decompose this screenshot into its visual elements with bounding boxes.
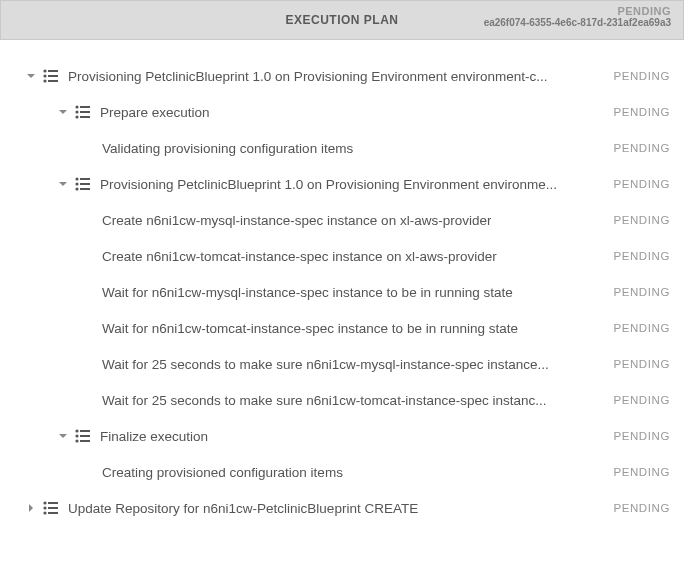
chevron-right-icon[interactable] bbox=[24, 503, 38, 513]
list-icon bbox=[74, 103, 92, 121]
status-badge: PENDING bbox=[580, 214, 670, 226]
tree-leaf[interactable]: Creating provisioned configuration items… bbox=[10, 454, 674, 490]
svg-point-26 bbox=[43, 506, 46, 509]
svg-rect-3 bbox=[48, 75, 58, 77]
tree-node-label: Prepare execution bbox=[100, 105, 210, 120]
tree-node[interactable]: Provisioning PetclinicBlueprint 1.0 on P… bbox=[10, 166, 674, 202]
status-badge: PENDING bbox=[580, 430, 670, 442]
list-icon bbox=[42, 499, 60, 517]
tree-node-label: Validating provisioning configuration it… bbox=[102, 141, 353, 156]
status-badge: PENDING bbox=[580, 142, 670, 154]
svg-point-24 bbox=[43, 501, 46, 504]
tree-node-label: Wait for 25 seconds to make sure n6ni1cw… bbox=[102, 393, 546, 408]
tree-node[interactable]: Finalize execution PENDING bbox=[10, 418, 674, 454]
tree-leaf[interactable]: Wait for 25 seconds to make sure n6ni1cw… bbox=[10, 346, 674, 382]
svg-point-28 bbox=[43, 511, 46, 514]
header-bar: EXECUTION PLAN PENDING ea26f074-6355-4e6… bbox=[0, 0, 684, 40]
tree-node-label: Wait for 25 seconds to make sure n6ni1cw… bbox=[102, 357, 549, 372]
tree-node[interactable]: Prepare execution PENDING bbox=[10, 94, 674, 130]
svg-point-6 bbox=[75, 105, 78, 108]
svg-rect-13 bbox=[80, 178, 90, 180]
svg-rect-21 bbox=[80, 435, 90, 437]
svg-rect-23 bbox=[80, 440, 90, 442]
svg-rect-19 bbox=[80, 430, 90, 432]
tree-node-label: Wait for n6ni1cw-mysql-instance-spec ins… bbox=[102, 285, 513, 300]
tree-node-label: Update Repository for n6ni1cw-PetclinicB… bbox=[68, 501, 418, 516]
tree-node-label: Finalize execution bbox=[100, 429, 208, 444]
tree-leaf[interactable]: Wait for 25 seconds to make sure n6ni1cw… bbox=[10, 382, 674, 418]
status-badge: PENDING bbox=[580, 322, 670, 334]
status-badge: PENDING bbox=[580, 70, 670, 82]
svg-point-18 bbox=[75, 429, 78, 432]
tree-leaf[interactable]: Wait for n6ni1cw-tomcat-instance-spec in… bbox=[10, 310, 674, 346]
chevron-down-icon[interactable] bbox=[56, 107, 70, 117]
tree-node-label: Provisioning PetclinicBlueprint 1.0 on P… bbox=[68, 69, 548, 84]
status-badge: PENDING bbox=[580, 106, 670, 118]
svg-point-10 bbox=[75, 115, 78, 118]
chevron-down-icon[interactable] bbox=[24, 71, 38, 81]
header-status: PENDING bbox=[484, 5, 671, 17]
svg-point-2 bbox=[43, 74, 46, 77]
svg-rect-5 bbox=[48, 80, 58, 82]
tree-node-label: Create n6ni1cw-mysql-instance-spec insta… bbox=[102, 213, 491, 228]
status-badge: PENDING bbox=[580, 502, 670, 514]
tree-leaf[interactable]: Create n6ni1cw-mysql-instance-spec insta… bbox=[10, 202, 674, 238]
header-meta: PENDING ea26f074-6355-4e6c-817d-231af2ea… bbox=[484, 5, 671, 28]
tree-node[interactable]: Provisioning PetclinicBlueprint 1.0 on P… bbox=[10, 58, 674, 94]
status-badge: PENDING bbox=[580, 286, 670, 298]
tree-leaf[interactable]: Validating provisioning configuration it… bbox=[10, 130, 674, 166]
svg-rect-25 bbox=[48, 502, 58, 504]
svg-point-14 bbox=[75, 182, 78, 185]
svg-point-12 bbox=[75, 177, 78, 180]
status-badge: PENDING bbox=[580, 250, 670, 262]
tree-node-label: Creating provisioned configuration items bbox=[102, 465, 343, 480]
svg-point-0 bbox=[43, 69, 46, 72]
svg-rect-15 bbox=[80, 183, 90, 185]
chevron-down-icon[interactable] bbox=[56, 179, 70, 189]
status-badge: PENDING bbox=[580, 466, 670, 478]
svg-point-22 bbox=[75, 439, 78, 442]
status-badge: PENDING bbox=[580, 394, 670, 406]
tree-node[interactable]: Update Repository for n6ni1cw-PetclinicB… bbox=[10, 490, 674, 526]
svg-rect-11 bbox=[80, 116, 90, 118]
svg-point-4 bbox=[43, 79, 46, 82]
chevron-down-icon[interactable] bbox=[56, 431, 70, 441]
svg-rect-29 bbox=[48, 512, 58, 514]
svg-rect-17 bbox=[80, 188, 90, 190]
tree-leaf[interactable]: Create n6ni1cw-tomcat-instance-spec inst… bbox=[10, 238, 674, 274]
svg-rect-1 bbox=[48, 70, 58, 72]
tree-node-label: Create n6ni1cw-tomcat-instance-spec inst… bbox=[102, 249, 497, 264]
list-icon bbox=[74, 175, 92, 193]
execution-tree: Provisioning PetclinicBlueprint 1.0 on P… bbox=[0, 40, 684, 536]
tree-node-label: Wait for n6ni1cw-tomcat-instance-spec in… bbox=[102, 321, 518, 336]
list-icon bbox=[74, 427, 92, 445]
tree-node-label: Provisioning PetclinicBlueprint 1.0 on P… bbox=[100, 177, 557, 192]
status-badge: PENDING bbox=[580, 178, 670, 190]
svg-rect-9 bbox=[80, 111, 90, 113]
svg-point-16 bbox=[75, 187, 78, 190]
svg-rect-7 bbox=[80, 106, 90, 108]
svg-point-8 bbox=[75, 110, 78, 113]
list-icon bbox=[42, 67, 60, 85]
svg-rect-27 bbox=[48, 507, 58, 509]
header-id: ea26f074-6355-4e6c-817d-231af2ea69a3 bbox=[484, 17, 671, 28]
svg-point-20 bbox=[75, 434, 78, 437]
status-badge: PENDING bbox=[580, 358, 670, 370]
tree-leaf[interactable]: Wait for n6ni1cw-mysql-instance-spec ins… bbox=[10, 274, 674, 310]
